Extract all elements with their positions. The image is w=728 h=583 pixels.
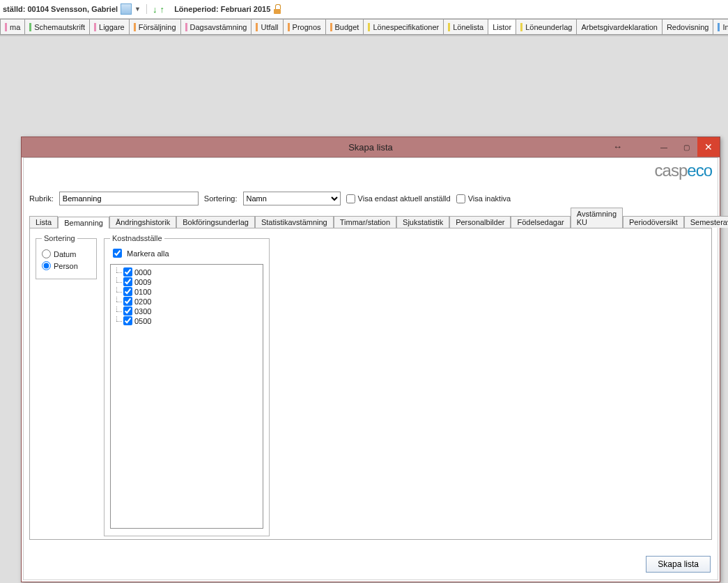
tree-node-checkbox[interactable]: [123, 277, 132, 286]
main-tab[interactable]: Försäljning: [129, 19, 181, 34]
tab-panel: Sortering Datum Person Kostnadsställe Ma…: [29, 228, 712, 540]
main-tab[interactable]: Prognos: [283, 19, 326, 34]
tree-node[interactable]: 0500: [123, 316, 258, 325]
sortering-select[interactable]: Namn: [243, 192, 341, 205]
inner-tab[interactable]: Lista: [29, 216, 58, 228]
tab-label: Dagsavstämning: [190, 23, 247, 31]
main-tab[interactable]: ma: [0, 19, 25, 34]
tree-node[interactable]: 0200: [123, 297, 258, 306]
tab-color-bar: [288, 23, 290, 31]
arrow-up-icon[interactable]: ↑: [160, 4, 165, 15]
tree-node[interactable]: 0000: [123, 267, 258, 277]
close-button[interactable]: ✕: [697, 137, 720, 157]
radio-person-label: Person: [54, 262, 78, 270]
sort-option-datum[interactable]: Datum: [42, 249, 91, 258]
arrow-down-icon[interactable]: ↓: [153, 4, 157, 15]
tree-node[interactable]: 0100: [123, 287, 258, 296]
tab-label: Liggare: [99, 23, 125, 31]
tab-color-bar: [94, 23, 96, 31]
tab-color-bar: [368, 23, 370, 31]
main-tab[interactable]: Schemautskrift: [24, 19, 90, 34]
inner-tab[interactable]: Avstämning KU: [571, 208, 623, 228]
inner-tab[interactable]: Personalbilder: [449, 216, 511, 228]
inner-tab[interactable]: Bokföringsunderlag: [176, 216, 255, 228]
show-inactive-checkbox[interactable]: Visa inaktiva: [456, 194, 511, 203]
tab-label: Utfall: [261, 23, 278, 31]
inner-tab[interactable]: Semesteravstämning: [684, 216, 728, 228]
inner-tab[interactable]: Bemanning: [58, 217, 109, 228]
mark-all-checkbox[interactable]: [113, 249, 122, 258]
inner-tab[interactable]: Timmar/station: [334, 216, 396, 228]
tab-label: Lönelista: [453, 23, 483, 31]
show-current-checkbox[interactable]: Visa endast aktuell anställd: [346, 194, 451, 203]
dialog-body: caspeco Rubrik: Sortering: Namn Visa end…: [23, 157, 718, 580]
lock-icon[interactable]: [273, 4, 281, 14]
main-tab[interactable]: Listor: [488, 19, 516, 34]
tab-color-bar: [134, 23, 136, 31]
inner-tab[interactable]: Ändringshistorik: [109, 216, 176, 228]
maximize-button[interactable]: ▢: [675, 137, 697, 157]
sort-legend: Sortering: [42, 234, 77, 242]
tab-color-bar: [330, 23, 332, 31]
tree-node-checkbox[interactable]: [123, 267, 132, 277]
rubrik-input[interactable]: [59, 192, 199, 205]
tree-node[interactable]: 0009: [123, 277, 258, 286]
tab-label: Försäljning: [139, 23, 176, 31]
inner-tab[interactable]: Periodöversikt: [623, 216, 684, 228]
top-info-bar: ställd: 00104 Svensson, Gabriel ▼ ↓ ↑ Lö…: [0, 0, 728, 19]
dialog-titlebar[interactable]: Skapa lista ↔ — ▢ ✕: [22, 137, 720, 157]
main-tab[interactable]: Intyg & blanketter: [713, 19, 728, 34]
tree-node-checkbox[interactable]: [123, 287, 132, 296]
brand-logo: caspeco: [655, 161, 712, 180]
dropdown-caret-icon[interactable]: ▼: [134, 6, 141, 13]
tree-node-checkbox[interactable]: [123, 297, 132, 306]
tab-color-bar: [185, 23, 187, 31]
radio-datum[interactable]: [42, 249, 51, 258]
inner-tab[interactable]: Sjukstatistik: [396, 216, 449, 228]
show-current-label: Visa endast aktuell anställd: [358, 194, 451, 203]
minimize-button[interactable]: —: [653, 137, 675, 157]
resize-handle-icon[interactable]: ↔: [613, 141, 622, 152]
tab-color-bar: [5, 23, 7, 31]
show-inactive-input[interactable]: [456, 194, 465, 203]
tab-label: Budget: [335, 23, 359, 31]
tab-label: Löneunderlag: [525, 23, 572, 31]
tab-label: Intyg & blanketter: [722, 23, 728, 31]
tab-label: Arbetsgivardeklaration: [581, 23, 657, 31]
mark-all-row[interactable]: Markera alla: [110, 247, 263, 260]
costcenter-group: Kostnadsställe Markera alla 000000090100…: [104, 234, 270, 536]
tab-label: Schemautskrift: [34, 23, 85, 31]
show-current-input[interactable]: [346, 194, 355, 203]
tab-color-bar: [520, 23, 522, 31]
sortering-label: Sortering:: [204, 194, 238, 203]
sort-option-person[interactable]: Person: [42, 261, 91, 270]
logo-text-blue: eco: [687, 161, 712, 180]
create-list-dialog: Skapa lista ↔ — ▢ ✕ caspeco Rubrik: Sort…: [21, 137, 720, 582]
tab-label: Prognos: [293, 23, 321, 31]
main-tab[interactable]: Lönespecifikationer: [363, 19, 444, 34]
inner-tab[interactable]: Statistikavstämning: [255, 216, 334, 228]
radio-person[interactable]: [42, 261, 51, 270]
tree-node[interactable]: 0300: [123, 306, 258, 316]
costcenter-legend: Kostnadsställe: [110, 234, 164, 242]
main-tab-strip: maSchemautskriftLiggareFörsäljningDagsav…: [0, 19, 728, 35]
calendar-icon[interactable]: [121, 3, 132, 15]
radio-datum-label: Datum: [54, 250, 76, 258]
main-tab[interactable]: Utfall: [251, 19, 283, 34]
tree-node-checkbox[interactable]: [123, 316, 132, 325]
main-tab[interactable]: Arbetsgivardeklaration: [576, 19, 662, 34]
inner-tab[interactable]: Födelsedagar: [511, 216, 570, 228]
main-tab[interactable]: Löneunderlag: [516, 19, 577, 34]
main-tab[interactable]: Liggare: [89, 19, 130, 34]
main-tab[interactable]: Redovisning: [662, 19, 714, 34]
period-label: Löneperiod: Februari 2015: [174, 5, 270, 13]
main-tab[interactable]: Dagsavstämning: [180, 19, 252, 34]
tree-node-checkbox[interactable]: [123, 306, 132, 316]
costcenter-tree[interactable]: 000000090100020003000500: [110, 264, 263, 529]
tab-label: Lönespecifikationer: [373, 23, 439, 31]
main-tab[interactable]: Lönelista: [443, 19, 488, 34]
create-list-button[interactable]: Skapa lista: [646, 556, 711, 573]
main-tab[interactable]: Budget: [325, 19, 364, 34]
inner-tab-strip: ListaBemanningÄndringshistorikBokförings…: [29, 214, 712, 228]
tab-color-bar: [29, 23, 31, 31]
